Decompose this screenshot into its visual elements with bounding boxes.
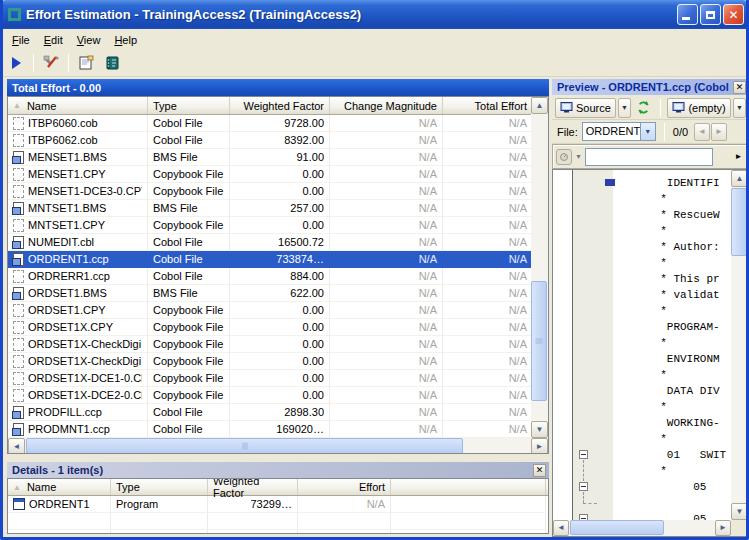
cell-name: NUMEDIT.cbl xyxy=(8,234,148,251)
effort-row-ordrerr1-ccp[interactable]: ORDRERR1.ccpCobol File884.00N/AN/A xyxy=(8,268,532,285)
effort-row-prodmnt1-ccp[interactable]: PRODMNT1.ccpCobol File169020…N/AN/A xyxy=(8,421,532,438)
column-header-type[interactable]: Type xyxy=(148,97,230,114)
effort-row-ordrent1-ccp[interactable]: ORDRENT1.ccpCobol File733874…N/AN/A xyxy=(8,251,532,268)
scroll-up-button[interactable]: ▲ xyxy=(731,170,748,187)
details-row-ordrent1[interactable]: ORDRENT1Program73299…N/A xyxy=(8,496,548,513)
scroll-up-button[interactable]: ▲ xyxy=(531,97,548,114)
column-header-name[interactable]: ▲Name xyxy=(8,479,111,495)
scroll-right-button[interactable]: ► xyxy=(531,438,548,454)
preview-vscrollbar[interactable]: ▲ ▼ xyxy=(731,170,748,520)
scroll-left-button[interactable]: ◄ xyxy=(8,438,25,454)
cell-weighted-factor: 73299… xyxy=(208,496,298,513)
preview-search-bar: ▼ ► xyxy=(552,144,749,169)
effort-row-mntset1-bms[interactable]: MNTSET1.BMSBMS File257.00N/AN/A xyxy=(8,200,532,217)
cell-type: Cobol File xyxy=(148,132,230,149)
scroll-down-button[interactable]: ▼ xyxy=(731,503,748,520)
vscroll-thumb[interactable] xyxy=(731,188,747,256)
preview-close-button[interactable]: ✕ xyxy=(733,81,746,94)
effort-row-mntset1-cpy[interactable]: MNTSET1.CPYCopybook File0.00N/AN/A xyxy=(8,217,532,234)
hscroll-thumb[interactable] xyxy=(26,438,463,454)
preview-hscrollbar[interactable]: ◄ ► xyxy=(553,520,731,536)
effort-row-menset1-cpy[interactable]: MENSET1.CPYCopybook File0.00N/AN/A xyxy=(8,166,532,183)
scroll-right-button[interactable]: ► xyxy=(715,520,731,536)
cell-type: Copybook File xyxy=(148,370,230,387)
fold-collapse-icon[interactable] xyxy=(579,450,588,459)
column-header-type[interactable]: Type xyxy=(111,479,208,495)
options-button[interactable] xyxy=(39,52,63,74)
effort-row-menset1-bms[interactable]: MENSET1.BMSBMS File91.00N/AN/A xyxy=(8,149,532,166)
app-icon xyxy=(8,8,21,21)
title-bar[interactable]: Effort Estimation - TrainingAccess2 (Tra… xyxy=(0,0,749,29)
effort-row-itbp6062-cob[interactable]: ITBP6062.cobCobol File8392.00N/AN/A xyxy=(8,132,532,149)
column-header-name[interactable]: ▲Name xyxy=(8,97,148,114)
properties-button[interactable] xyxy=(74,52,98,74)
effort-row-menset1-dce3-0-cpy[interactable]: MENSET1-DCE3-0.CPYCopybook File0.00N/AN/… xyxy=(8,183,532,200)
run-estimation-button[interactable] xyxy=(4,52,28,74)
vscroll-thumb[interactable] xyxy=(531,281,547,401)
next-occurrence-button[interactable]: ► xyxy=(711,123,727,141)
cell-name: ORDSET1.CPY xyxy=(8,302,148,319)
cell-type: Copybook File xyxy=(148,336,230,353)
effort-row-ordset1-cpy[interactable]: ORDSET1.CPYCopybook File0.00N/AN/A xyxy=(8,302,532,319)
minimize-icon xyxy=(682,17,690,20)
column-header-blank[interactable] xyxy=(391,479,546,495)
goto-button[interactable] xyxy=(556,149,572,165)
source-view-button[interactable]: Source xyxy=(555,98,616,118)
scroll-left-button[interactable]: ◄ xyxy=(553,520,569,536)
context-dropdown-button[interactable]: ▼ xyxy=(733,98,746,118)
cell-name: ORDRENT1.ccp xyxy=(8,251,148,268)
scroll-down-button[interactable]: ▼ xyxy=(531,421,548,438)
close-button[interactable]: ✕ xyxy=(723,4,744,25)
maximize-button[interactable] xyxy=(700,4,721,25)
chevron-down-icon: ▼ xyxy=(621,104,628,111)
context-view-button[interactable]: (empty) xyxy=(667,98,730,118)
effort-grid-vscrollbar[interactable]: ▲ ▼ xyxy=(531,97,548,438)
effort-row-ordset1x-checkdigi-[interactable]: ORDSET1X-CheckDigi…Copybook File0.00N/AN… xyxy=(8,336,532,353)
fold-collapse-icon[interactable] xyxy=(579,482,588,491)
toolbar-overflow-button[interactable]: ► xyxy=(732,147,745,166)
cell-name: ORDSET1X-CheckDigi… xyxy=(8,353,148,370)
column-header-effort[interactable]: Effort xyxy=(298,479,391,495)
effort-grid-hscrollbar[interactable]: ◄ ► xyxy=(8,438,548,454)
effort-row-ordset1x-cpy[interactable]: ORDSET1X.CPYCopybook File0.00N/AN/A xyxy=(8,319,532,336)
cell-weighted-factor: 884.00 xyxy=(230,268,330,285)
column-header-weighted-factor[interactable]: Weighted Factor xyxy=(208,479,298,495)
cell-change-magnitude: N/A xyxy=(330,268,443,285)
effort-row-itbp6060-cob[interactable]: ITBP6060.cobCobol File9728.00N/AN/A xyxy=(8,115,532,132)
window-title: Effort Estimation - TrainingAccess2 (Tra… xyxy=(26,7,675,22)
column-header-weighted-factor[interactable]: Weighted Factor xyxy=(230,97,330,114)
details-close-button[interactable]: ✕ xyxy=(533,464,546,477)
menu-view[interactable]: View xyxy=(70,31,108,49)
monitor-icon xyxy=(560,102,573,113)
code-content[interactable]: IDENTIFI * * RescueW * * Author: * * Thi… xyxy=(614,170,726,527)
cell-change-magnitude: N/A xyxy=(330,183,443,200)
effort-row-ordset1-bms[interactable]: ORDSET1.BMSBMS File622.00N/AN/A xyxy=(8,285,532,302)
chevron-down-icon[interactable]: ▼ xyxy=(575,153,582,160)
refresh-button[interactable] xyxy=(634,97,653,119)
cell-change-magnitude: N/A xyxy=(330,200,443,217)
effort-row-numedit-cbl[interactable]: NUMEDIT.cblCobol File16500.72N/AN/A xyxy=(8,234,532,251)
report-button[interactable] xyxy=(100,52,124,74)
minimize-button[interactable] xyxy=(677,4,698,25)
prev-occurrence-button[interactable]: ◄ xyxy=(694,123,710,141)
search-input[interactable] xyxy=(585,148,713,166)
effort-row-ordset1x-dce2-0-cpy[interactable]: ORDSET1X-DCE2-0.CPYCopybook File0.00N/AN… xyxy=(8,387,532,404)
file-combobox-dropdown[interactable]: ▼ xyxy=(640,123,655,140)
cell-weighted-factor: 0.00 xyxy=(230,183,330,200)
file-combobox[interactable]: ORDRENT1.CCP ▼ xyxy=(582,122,656,141)
effort-row-ordset1x-checkdigi-[interactable]: ORDSET1X-CheckDigi…Copybook File0.00N/AN… xyxy=(8,353,532,370)
cell-type: Cobol File xyxy=(148,268,230,285)
page-dashed-icon xyxy=(13,372,24,385)
effort-row-prodfill-ccp[interactable]: PRODFILL.ccpCobol File2898.30N/AN/A xyxy=(8,404,532,421)
cell-weighted-factor: 733874… xyxy=(230,251,330,268)
column-header-change-magnitude[interactable]: Change Magnitude xyxy=(330,97,443,114)
menu-help[interactable]: Help xyxy=(107,31,144,49)
cell-type: Copybook File xyxy=(148,166,230,183)
hscroll-thumb[interactable] xyxy=(570,520,664,535)
effort-row-ordset1x-dce1-0-cpy[interactable]: ORDSET1X-DCE1-0.CPYCopybook File0.00N/AN… xyxy=(8,370,532,387)
menu-edit[interactable]: Edit xyxy=(37,31,70,49)
source-button-label: Source xyxy=(576,102,611,114)
source-dropdown-button[interactable]: ▼ xyxy=(618,98,631,118)
column-header-total-effort[interactable]: Total Effort xyxy=(443,97,533,114)
menu-file[interactable]: File xyxy=(5,31,37,49)
